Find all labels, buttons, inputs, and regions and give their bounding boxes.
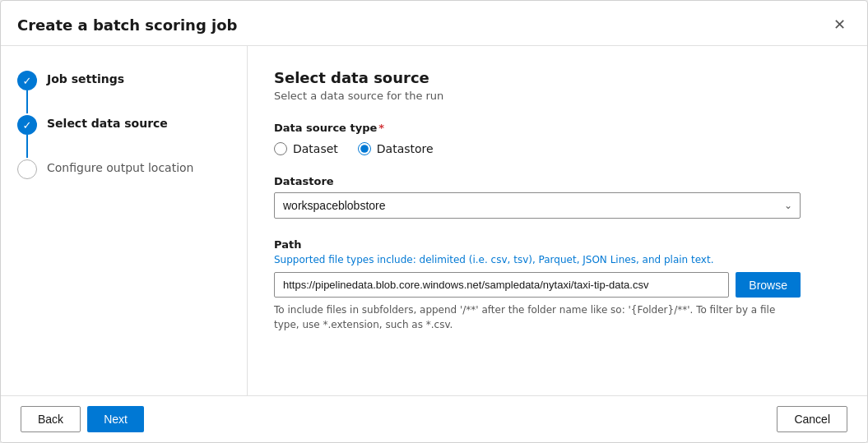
- dialog-body: ✓ Job settings ✓ Select data source Conf…: [1, 46, 867, 395]
- section-title: Select data source: [274, 69, 841, 86]
- dialog-title: Create a batch scoring job: [17, 16, 238, 34]
- step-connector-2: [26, 135, 28, 158]
- sidebar: ✓ Job settings ✓ Select data source Conf…: [1, 46, 248, 395]
- step-configure-output: Configure output location: [17, 158, 230, 179]
- radio-dataset[interactable]: [274, 142, 287, 155]
- step-connector-1: [26, 90, 28, 113]
- radio-option-datastore[interactable]: Datastore: [358, 142, 434, 155]
- required-star: *: [378, 122, 384, 134]
- path-help-text: To include files in subfolders, append '…: [274, 302, 801, 332]
- step-label-select-data-source: Select data source: [47, 113, 168, 132]
- step-select-data-source: ✓ Select data source: [17, 113, 230, 135]
- checkmark-icon-2: ✓: [23, 119, 32, 132]
- radio-datastore[interactable]: [358, 142, 371, 155]
- data-source-type-radio-group: Dataset Datastore: [274, 142, 841, 155]
- step-job-settings: ✓ Job settings: [17, 69, 230, 90]
- checkmark-icon: ✓: [23, 75, 32, 87]
- data-source-type-label: Data source type*: [274, 122, 841, 134]
- datastore-label: Datastore: [274, 175, 841, 187]
- dialog-header: Create a batch scoring job ✕: [1, 1, 867, 46]
- step-label-job-settings: Job settings: [47, 69, 124, 88]
- back-button[interactable]: Back: [21, 406, 81, 432]
- section-subtitle: Select a data source for the run: [274, 90, 841, 102]
- step-icon-configure-output: [17, 159, 37, 179]
- close-button[interactable]: ✕: [829, 14, 851, 35]
- path-field: Path Supported file types include: delim…: [274, 238, 841, 332]
- data-source-type-field: Data source type* Dataset Datastore: [274, 122, 841, 175]
- close-icon: ✕: [833, 16, 846, 33]
- main-content: Select data source Select a data source …: [248, 46, 867, 395]
- datastore-dropdown-wrapper: workspaceblobstore ⌄: [274, 192, 801, 219]
- cancel-button[interactable]: Cancel: [777, 406, 847, 432]
- radio-option-dataset[interactable]: Dataset: [274, 142, 338, 155]
- path-hint: Supported file types include: delimited …: [274, 254, 841, 265]
- footer-left-buttons: Back Next: [21, 406, 144, 432]
- datastore-select[interactable]: workspaceblobstore: [274, 192, 801, 219]
- next-button[interactable]: Next: [87, 406, 144, 432]
- datastore-field: Datastore workspaceblobstore ⌄: [274, 175, 841, 219]
- path-input[interactable]: [274, 272, 729, 298]
- dialog-footer: Back Next Cancel: [1, 395, 867, 442]
- radio-dataset-label[interactable]: Dataset: [293, 142, 338, 155]
- step-icon-job-settings: ✓: [17, 71, 37, 90]
- browse-button[interactable]: Browse: [736, 272, 801, 298]
- step-label-configure-output: Configure output location: [47, 158, 193, 177]
- path-label: Path: [274, 238, 841, 251]
- radio-datastore-label[interactable]: Datastore: [377, 142, 434, 155]
- path-input-row: Browse: [274, 272, 801, 298]
- step-icon-select-data-source: ✓: [17, 115, 37, 135]
- create-batch-scoring-dialog: Create a batch scoring job ✕ ✓ Job setti…: [0, 0, 868, 443]
